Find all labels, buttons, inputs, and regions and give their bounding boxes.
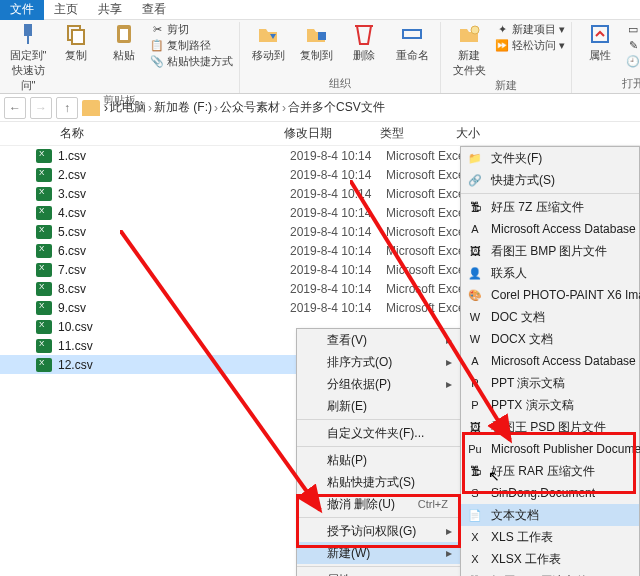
new-看图王-PSD-图片文件[interactable]: 🖼看图王 PSD 图片文件 bbox=[461, 416, 639, 438]
new-快捷方式(S)[interactable]: 🔗快捷方式(S) bbox=[461, 169, 639, 191]
col-name: 名称 bbox=[60, 125, 284, 142]
breadcrumb[interactable]: ›此电脑› 新加卷 (F:)› 公众号素材› 合并多个CSV文件 bbox=[104, 99, 385, 116]
file-name: 3.csv bbox=[58, 187, 290, 201]
new-文件夹(F)[interactable]: 📁文件夹(F) bbox=[461, 147, 639, 169]
submenu-label: DOC 文档 bbox=[491, 309, 545, 326]
submenu-label: Corel PHOTO-PAINT X6 Image bbox=[491, 288, 640, 302]
paste-button[interactable]: 粘贴 bbox=[102, 22, 146, 63]
tab-main[interactable]: 主页 bbox=[44, 0, 88, 20]
ctx-paste[interactable]: 粘贴(P) bbox=[297, 449, 460, 471]
file-name: 2.csv bbox=[58, 168, 290, 182]
copy-button[interactable]: 复制 bbox=[54, 22, 98, 63]
file-date: 2019-8-4 10:14 bbox=[290, 263, 386, 277]
folder-icon bbox=[82, 100, 100, 116]
col-date: 修改日期 bbox=[284, 125, 380, 142]
context-menu: 查看(V)▸ 排序方式(O)▸ 分组依据(P)▸ 刷新(E) 自定义文件夹(F)… bbox=[296, 328, 461, 576]
tab-share[interactable]: 共享 bbox=[88, 0, 132, 20]
filetype-icon: X bbox=[467, 529, 483, 545]
ctx-group[interactable]: 分组依据(P)▸ bbox=[297, 373, 460, 395]
new-文本文档[interactable]: 📄文本文档 bbox=[461, 504, 639, 526]
new-PPT-演示文稿[interactable]: PPPT 演示文稿 bbox=[461, 372, 639, 394]
file-date: 2019-8-4 10:14 bbox=[290, 149, 386, 163]
copypath-item[interactable]: 📋复制路径 bbox=[150, 38, 233, 53]
ctx-grant-access[interactable]: 授予访问权限(G)▸ bbox=[297, 520, 460, 542]
file-name: 6.csv bbox=[58, 244, 290, 258]
filetype-icon: 🗜 bbox=[467, 463, 483, 479]
moveto-button[interactable]: 移动到 bbox=[246, 22, 290, 63]
open-item[interactable]: ▭打开 ▾ bbox=[626, 22, 640, 37]
new-联系人[interactable]: 👤联系人 bbox=[461, 262, 639, 284]
submenu-label: XLSX 工作表 bbox=[491, 551, 561, 568]
copyto-button[interactable]: 复制到 bbox=[294, 22, 338, 63]
col-size: 大小 bbox=[456, 125, 640, 142]
file-name: 4.csv bbox=[58, 206, 290, 220]
nav-up[interactable]: ↑ bbox=[56, 97, 78, 119]
ctx-paste-shortcut[interactable]: 粘贴快捷方式(S) bbox=[297, 471, 460, 493]
submenu-label: Microsoft Access Database bbox=[491, 354, 636, 368]
excel-icon bbox=[36, 187, 52, 201]
filetype-icon: A bbox=[467, 221, 483, 237]
file-date: 2019-8-4 10:14 bbox=[290, 206, 386, 220]
new-PPTX-演示文稿[interactable]: PPPTX 演示文稿 bbox=[461, 394, 639, 416]
new-XLS-工作表[interactable]: XXLS 工作表 bbox=[461, 526, 639, 548]
new-Corel-PHOTO-PAINT-X6-Image[interactable]: 🎨Corel PHOTO-PAINT X6 Image bbox=[461, 284, 639, 306]
cut-item[interactable]: ✂剪切 bbox=[150, 22, 233, 37]
new-Microsoft-Publisher-Document[interactable]: PuMicrosoft Publisher Document bbox=[461, 438, 639, 460]
tab-file[interactable]: 文件 bbox=[0, 0, 44, 20]
new-SinDong.Document[interactable]: SSinDong.Document bbox=[461, 482, 639, 504]
file-name: 5.csv bbox=[58, 225, 290, 239]
file-date: 2019-8-4 10:14 bbox=[290, 301, 386, 315]
ctx-view[interactable]: 查看(V)▸ bbox=[297, 329, 460, 351]
new-看图王-BMP-图片文件[interactable]: 🖼看图王 BMP 图片文件 bbox=[461, 240, 639, 262]
file-name: 7.csv bbox=[58, 263, 290, 277]
filetype-icon: 🔗 bbox=[467, 172, 483, 188]
cursor-icon: ↖ bbox=[488, 468, 500, 484]
nav-forward[interactable]: → bbox=[30, 97, 52, 119]
excel-icon bbox=[36, 206, 52, 220]
ctx-properties[interactable]: 属性... bbox=[297, 569, 460, 576]
ctx-sort[interactable]: 排序方式(O)▸ bbox=[297, 351, 460, 373]
filetype-icon: W bbox=[467, 331, 483, 347]
group-new-label: 新建 bbox=[495, 78, 517, 95]
rename-button[interactable]: 重命名 bbox=[390, 22, 434, 63]
nav-back[interactable]: ← bbox=[4, 97, 26, 119]
delete-button[interactable]: 删除 bbox=[342, 22, 386, 63]
new-好压-ZIP-压缩文件[interactable]: 🗜好压 ZIP 压缩文件 bbox=[461, 570, 639, 576]
tab-view[interactable]: 查看 bbox=[132, 0, 176, 20]
new-Microsoft-Access-Database[interactable]: AMicrosoft Access Database bbox=[461, 218, 639, 240]
new-DOC-文档[interactable]: WDOC 文档 bbox=[461, 306, 639, 328]
file-date: 2019-8-4 10:14 bbox=[290, 244, 386, 258]
ctx-refresh[interactable]: 刷新(E) bbox=[297, 395, 460, 417]
easyaccess-item[interactable]: ⏩轻松访问 ▾ bbox=[495, 38, 565, 53]
filetype-icon: P bbox=[467, 375, 483, 391]
column-headers[interactable]: 名称 修改日期 类型 大小 bbox=[0, 122, 640, 146]
new-好压-7Z-压缩文件[interactable]: 🗜好压 7Z 压缩文件 bbox=[461, 196, 639, 218]
filetype-icon: Pu bbox=[467, 441, 483, 457]
ctx-customize[interactable]: 自定义文件夹(F)... bbox=[297, 422, 460, 444]
history-item[interactable]: 🕘历史记录 bbox=[626, 54, 640, 69]
edit-item[interactable]: ✎编辑 bbox=[626, 38, 640, 53]
filetype-icon: 👤 bbox=[467, 265, 483, 281]
submenu-label: 联系人 bbox=[491, 265, 527, 282]
file-date: 2019-8-4 10:14 bbox=[290, 225, 386, 239]
pin-button[interactable]: 固定到" 快速访问" bbox=[6, 22, 50, 93]
newfolder-button[interactable]: 新建 文件夹 bbox=[447, 22, 491, 78]
ctx-undo[interactable]: 撤消 删除(U)Ctrl+Z bbox=[297, 493, 460, 515]
address-bar: ← → ↑ ›此电脑› 新加卷 (F:)› 公众号素材› 合并多个CSV文件 bbox=[0, 94, 640, 122]
new-Microsoft-Access-Database[interactable]: AMicrosoft Access Database bbox=[461, 350, 639, 372]
excel-icon bbox=[36, 358, 52, 372]
file-name: 10.csv bbox=[58, 320, 290, 334]
new-XLSX-工作表[interactable]: XXLSX 工作表 bbox=[461, 548, 639, 570]
file-date: 2019-8-4 10:14 bbox=[290, 187, 386, 201]
ctx-new[interactable]: 新建(W)▸ bbox=[297, 542, 460, 564]
filetype-icon: X bbox=[467, 551, 483, 567]
file-name: 12.csv bbox=[58, 358, 290, 372]
filetype-icon: 🗜 bbox=[467, 199, 483, 215]
filetype-icon: 🖼 bbox=[467, 419, 483, 435]
svg-rect-0 bbox=[24, 24, 32, 36]
new-DOCX-文档[interactable]: WDOCX 文档 bbox=[461, 328, 639, 350]
newitem-item[interactable]: ✦新建项目 ▾ bbox=[495, 22, 565, 37]
pasteshortcut-item[interactable]: 📎粘贴快捷方式 bbox=[150, 54, 233, 69]
properties-button[interactable]: 属性 bbox=[578, 22, 622, 63]
excel-icon bbox=[36, 225, 52, 239]
